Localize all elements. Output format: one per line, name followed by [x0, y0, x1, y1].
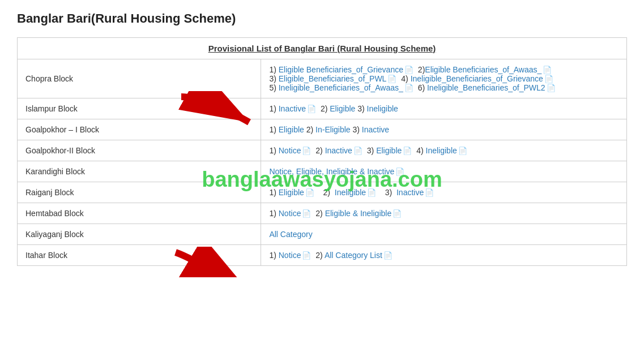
goalpokhor2-link-3[interactable]: Eligible [376, 146, 402, 155]
table-row: Kaliyaganj Block All Category [18, 224, 627, 245]
table-row: Itahar Block 1) Notice📄 2) All Category … [18, 245, 627, 266]
raiganj-link-1[interactable]: Eligible [279, 188, 304, 197]
table-row: Raiganj Block 1) Eligible📄 2) Ineligible… [18, 182, 627, 203]
pdf-icon: 📄 [395, 167, 404, 176]
pdf-icon: 📄 [383, 251, 393, 260]
pdf-icon: 📄 [387, 75, 396, 83]
hemtabad-link-2[interactable]: Eligible & Ineligible [325, 209, 392, 218]
link-line: 3) Eligible_Beneficiaries_of_PWL📄 4) Ine… [269, 74, 619, 83]
goalpokhor1-link-1[interactable]: Eligible [279, 125, 304, 134]
kaliyaganj-link-1[interactable]: All Category [269, 230, 312, 239]
block-name: Itahar Block [18, 245, 261, 266]
pdf-icon: 📄 [425, 188, 434, 197]
block-links: 1) Inactive📄 2) Eligible 3) Ineligible [261, 98, 627, 119]
table-row: Goalpokhor-II Block 1) Notice📄 2) Inacti… [18, 140, 627, 161]
table-row: Islampur Block 1) Inactive📄 2) Eligible … [18, 98, 627, 119]
block-name: Islampur Block [18, 98, 261, 119]
pdf-icon: 📄 [353, 147, 362, 155]
goalpokhor2-link-4[interactable]: Ineligible [426, 146, 457, 155]
islampur-link-1[interactable]: Inactive [279, 104, 306, 113]
itahar-link-1[interactable]: Notice [279, 251, 301, 260]
pdf-icon: 📄 [307, 105, 316, 113]
pdf-icon: 📄 [547, 84, 556, 92]
link-line: 5) Ineligible_Beneficiaries_of_Awaas_📄 6… [269, 83, 619, 92]
table-row: Chopra Block 1) Eligible Beneficiaries_o… [18, 59, 627, 98]
table-row: Goalpokhor – I Block 1) Eligible 2) In-E… [18, 119, 627, 140]
block-links: 1) Notice📄 2) All Category List📄 [261, 245, 627, 266]
chopra-link-3[interactable]: Eligible_Beneficiaries_of_PWL [279, 74, 387, 83]
raiganj-link-3[interactable]: Inactive [396, 188, 424, 197]
pdf-icon: 📄 [302, 251, 311, 260]
table-row: Karandighi Block Notice, Eligible, Ineli… [18, 161, 627, 182]
goalpokhor2-link-1[interactable]: Notice [279, 146, 301, 155]
chopra-link-2[interactable]: Eligible Beneficiaries_of_Awaas_ [425, 65, 541, 74]
raiganj-link-2[interactable]: Ineligible [335, 188, 366, 197]
karandighi-link-1[interactable]: Notice, Eligible, Ineligible & Inactive [269, 167, 394, 176]
pdf-icon: 📄 [404, 66, 413, 74]
block-name: Goalpokhor – I Block [18, 119, 261, 140]
chopra-link-4[interactable]: Ineligible_Beneficiaries_of_Grievance [411, 74, 543, 83]
block-links: 1) Eligible Beneficiaries_of_Grievance📄 … [261, 59, 627, 98]
goalpokhor2-link-2[interactable]: Inactive [325, 146, 352, 155]
goalpokhor1-link-2[interactable]: In-Eligible [315, 125, 350, 134]
goalpokhor1-link-3[interactable]: Inactive [362, 125, 389, 134]
pdf-icon: 📄 [302, 209, 311, 218]
block-name: Karandighi Block [18, 161, 261, 182]
main-table: Provisional List of Banglar Bari (Rural … [17, 37, 627, 266]
table-heading: Provisional List of Banglar Bari (Rural … [18, 38, 627, 59]
block-links: All Category [261, 224, 627, 245]
block-name: Chopra Block [18, 59, 261, 98]
block-name: Raiganj Block [18, 182, 261, 203]
pdf-icon: 📄 [403, 147, 412, 155]
itahar-link-2[interactable]: All Category List [325, 251, 382, 260]
pdf-icon: 📄 [404, 84, 413, 92]
pdf-icon: 📄 [543, 66, 552, 74]
pdf-icon: 📄 [393, 209, 402, 218]
chopra-link-1[interactable]: Eligible Beneficiaries_of_Grievance [279, 65, 403, 74]
pdf-icon: 📄 [367, 188, 376, 197]
table-row: Hemtabad Block 1) Notice📄 2) Eligible & … [18, 203, 627, 224]
pdf-icon: 📄 [305, 188, 314, 197]
block-links: 1) Notice📄 2) Eligible & Ineligible📄 [261, 203, 627, 224]
block-links: 1) Eligible 2) In-Eligible 3) Inactive [261, 119, 627, 140]
chopra-link-5[interactable]: Ineligible_Beneficiaries_of_Awaas_ [279, 83, 403, 92]
pdf-icon: 📄 [458, 147, 467, 155]
link-line: 1) Eligible Beneficiaries_of_Grievance📄 … [269, 65, 619, 74]
block-links: 1) Eligible📄 2) Ineligible📄 3) Inactive📄 [261, 182, 627, 203]
block-name: Goalpokhor-II Block [18, 140, 261, 161]
islampur-link-3[interactable]: Ineligible [367, 104, 398, 113]
islampur-link-2[interactable]: Eligible [330, 104, 355, 113]
block-name: Kaliyaganj Block [18, 224, 261, 245]
page-title: Banglar Bari(Rural Housing Scheme) [17, 11, 627, 26]
pdf-icon: 📄 [302, 147, 311, 155]
hemtabad-link-1[interactable]: Notice [279, 209, 301, 218]
pdf-icon: 📄 [544, 75, 553, 83]
block-links: 1) Notice📄 2) Inactive📄 3) Eligible📄 4) … [261, 140, 627, 161]
block-name: Hemtabad Block [18, 203, 261, 224]
block-links: Notice, Eligible, Ineligible & Inactive📄 [261, 161, 627, 182]
chopra-link-6[interactable]: Ineligible_Beneficiaries_of_PWL2 [427, 83, 545, 92]
